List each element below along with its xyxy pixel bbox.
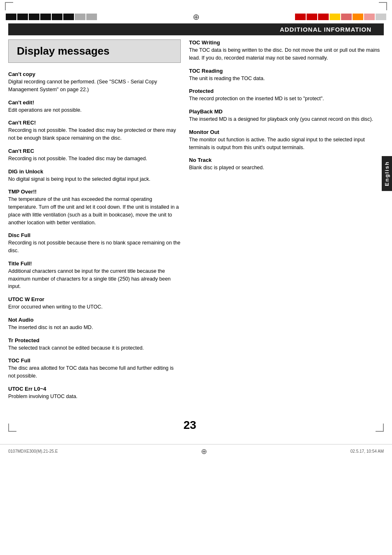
- bar-ltpink-1: [364, 14, 375, 20]
- right-messages-container: TOC WritingThe TOC data is being written…: [189, 39, 384, 172]
- left-msg-body-7: Additional characters cannot be input fo…: [8, 267, 181, 290]
- bar-red-1: [295, 14, 306, 20]
- bar-dark-5: [52, 14, 62, 20]
- left-msg-body-11: The disc area allotted for TOC data has …: [8, 364, 181, 380]
- right-msg-body-0: The TOC data is being written to the dis…: [189, 46, 384, 62]
- bottom-bar: 0107MDXE300(M).21-25.E ⊕ 02.5.17, 10:54 …: [0, 444, 392, 458]
- right-msg-body-1: The unit is reading the TOC data.: [189, 75, 384, 83]
- left-msg-title-7: Title Full!: [8, 260, 181, 267]
- bar-dark-1: [6, 14, 16, 20]
- main-content: Display messages Can't copyDigital recor…: [0, 35, 392, 415]
- bottom-crosshair: ⊕: [201, 447, 207, 456]
- corner-mark-bl: [8, 424, 16, 432]
- left-message-3: Can't RECRecording is not possible. The …: [8, 148, 181, 163]
- left-msg-body-2: Recording is not possible. The loaded di…: [8, 127, 181, 142]
- right-msg-body-2: The record protection on the inserted MD…: [189, 95, 384, 103]
- right-msg-title-3: PlayBack MD: [189, 108, 384, 115]
- left-column: Display messages Can't copyDigital recor…: [8, 39, 181, 406]
- bar-gray-1: [75, 14, 85, 20]
- footer-right: 02.5.17, 10:54 AM: [350, 449, 384, 454]
- corner-mark-tr: [379, 2, 387, 10]
- top-decoration: ⊕: [0, 10, 392, 23]
- section-title-box: Display messages: [8, 39, 181, 63]
- left-msg-title-10: Tr Protected: [8, 337, 181, 343]
- bar-dark-6: [63, 14, 74, 20]
- left-msg-title-4: DIG in Unlock: [8, 168, 181, 175]
- footer-left: 0107MDXE300(M).21-25.E: [8, 449, 58, 454]
- left-message-1: Can't edit!Edit operations are not possi…: [8, 99, 181, 114]
- left-msg-title-3: Can't REC: [8, 148, 181, 154]
- bar-dark-2: [17, 14, 28, 20]
- left-msg-body-6: Recording is not possible because there …: [8, 239, 181, 255]
- left-msg-body-4: No digital signal is being input to the …: [8, 175, 181, 183]
- right-column: TOC WritingThe TOC data is being written…: [189, 39, 384, 406]
- left-message-10: Tr ProtectedThe selected track cannot be…: [8, 337, 181, 352]
- english-tab: English: [382, 156, 392, 191]
- right-message-0: TOC WritingThe TOC data is being written…: [189, 39, 384, 62]
- section-title: Display messages: [17, 45, 172, 58]
- corner-mark-br: [376, 424, 384, 432]
- right-msg-body-5: Blank disc is played or searched.: [189, 164, 384, 172]
- left-message-0: Can't copyDigital recording cannot be pe…: [8, 71, 181, 94]
- bottom-area: 23: [0, 415, 392, 436]
- bar-yellow-1: [330, 14, 340, 20]
- left-msg-body-1: Edit operations are not possible.: [8, 106, 181, 114]
- left-message-11: TOC FullThe disc area allotted for TOC d…: [8, 357, 181, 380]
- left-message-7: Title Full!Additional characters cannot …: [8, 260, 181, 290]
- left-message-6: Disc FullRecording is not possible becau…: [8, 232, 181, 255]
- left-bar-group: [6, 14, 97, 20]
- left-msg-body-5: The temperature of the unit has exceeded…: [8, 196, 181, 226]
- left-message-4: DIG in UnlockNo digital signal is being …: [8, 168, 181, 183]
- right-msg-title-0: TOC Writing: [189, 39, 384, 46]
- left-messages-container: Can't copyDigital recording cannot be pe…: [8, 71, 181, 401]
- bar-gray-2: [86, 14, 97, 20]
- left-msg-body-10: The selected track cannot be edited beca…: [8, 344, 181, 352]
- right-message-5: No TrackBlank disc is played or searched…: [189, 157, 384, 172]
- left-msg-title-6: Disc Full: [8, 232, 181, 238]
- left-msg-body-8: Error occurred when writing to the UTOC.: [8, 303, 181, 311]
- left-message-5: TMP Over!!The temperature of the unit ha…: [8, 189, 181, 226]
- right-msg-title-2: Protected: [189, 88, 384, 94]
- right-msg-title-4: Monitor Out: [189, 129, 384, 135]
- left-msg-title-9: Not Audio: [8, 317, 181, 323]
- left-message-8: UTOC W ErrorError occurred when writing …: [8, 296, 181, 311]
- left-msg-title-11: TOC Full: [8, 357, 181, 364]
- right-msg-title-1: TOC Reading: [189, 68, 384, 74]
- left-msg-title-2: Can't REC!: [8, 120, 181, 126]
- right-msg-body-3: The inserted MD is a designed for playba…: [189, 115, 384, 123]
- bar-ltgray-1: [376, 14, 386, 20]
- left-msg-title-1: Can't edit!: [8, 99, 181, 106]
- corner-marks-top: [0, 0, 392, 10]
- right-message-2: ProtectedThe record protection on the in…: [189, 88, 384, 103]
- left-msg-body-12: Problem involving UTOC data.: [8, 393, 181, 401]
- bar-pink-1: [341, 14, 352, 20]
- bar-dark-4: [40, 14, 51, 20]
- left-message-9: Not AudioThe inserted disc is not an aud…: [8, 317, 181, 332]
- right-bar-group: [295, 14, 386, 20]
- left-msg-title-5: TMP Over!!: [8, 189, 181, 195]
- center-crosshair: ⊕: [193, 12, 200, 22]
- right-message-1: TOC ReadingThe unit is reading the TOC d…: [189, 68, 384, 83]
- right-message-3: PlayBack MDThe inserted MD is a designed…: [189, 108, 384, 123]
- page-header: ADDITIONAL INFORMATION: [8, 23, 384, 35]
- bar-red-3: [318, 14, 329, 20]
- right-msg-body-4: The monitor out function is active. The …: [189, 136, 384, 152]
- left-msg-title-12: UTOC Err L0~4: [8, 386, 181, 392]
- corner-mark-tl: [5, 2, 13, 10]
- left-msg-title-0: Can't copy: [8, 71, 181, 77]
- left-msg-body-3: Recording is not possible. The loaded di…: [8, 155, 181, 163]
- left-message-12: UTOC Err L0~4Problem involving UTOC data…: [8, 386, 181, 401]
- left-msg-body-9: The inserted disc is not an audio MD.: [8, 324, 181, 332]
- bar-orange-1: [353, 14, 363, 20]
- left-msg-title-8: UTOC W Error: [8, 296, 181, 302]
- bar-dark-3: [29, 14, 39, 20]
- left-msg-body-0: Digital recording cannot be performed. (…: [8, 78, 181, 94]
- right-message-4: Monitor OutThe monitor out function is a…: [189, 129, 384, 152]
- page-number: 23: [183, 419, 208, 432]
- left-message-2: Can't REC!Recording is not possible. The…: [8, 120, 181, 142]
- bar-red-2: [307, 14, 317, 20]
- header-title: ADDITIONAL INFORMATION: [280, 26, 371, 33]
- right-msg-title-5: No Track: [189, 157, 384, 163]
